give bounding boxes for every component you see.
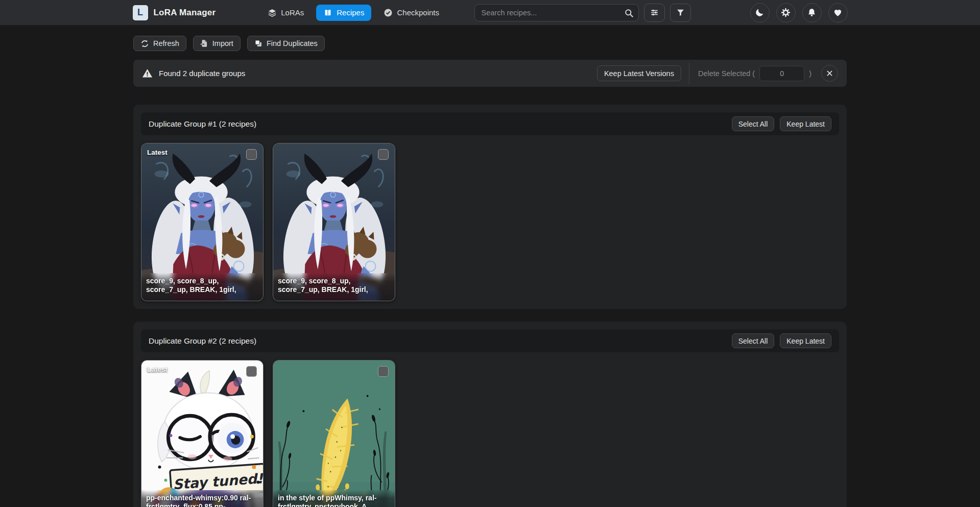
latest-badge: Latest (147, 366, 168, 373)
group-2-title: Duplicate Group #2 (2 recipes) (149, 336, 256, 346)
group-1-cards: Latest score_9, score_8_up, score_7_up, … (141, 143, 839, 301)
main-nav: LoRAs Recipes Checkpoints (260, 5, 446, 21)
import-button[interactable]: Import (193, 36, 241, 51)
nav-tab-label: Checkpoints (397, 8, 439, 17)
refresh-label: Refresh (153, 39, 179, 47)
group-2-header: Duplicate Group #2 (2 recipes) Select Al… (141, 329, 839, 352)
sliders-icon (650, 8, 659, 17)
recipe-checkbox[interactable] (246, 149, 257, 160)
settings-button[interactable] (776, 3, 796, 22)
group-1-header: Duplicate Group #1 (2 recipes) Select Al… (141, 112, 839, 135)
recipe-card[interactable]: Latest pp-enchanted-whimsy:0.90 ral-frct… (141, 360, 264, 507)
sort-options-button[interactable] (644, 4, 665, 22)
gear-icon (781, 8, 791, 17)
recipe-caption: score_9, score_8_up, score_7_up, BREAK, … (273, 273, 395, 301)
recipe-checkbox[interactable] (378, 366, 389, 377)
close-icon (826, 69, 833, 77)
group-2-select-all-button[interactable]: Select All (732, 333, 775, 348)
recipe-card[interactable]: Latest score_9, score_8_up, score_7_up, … (141, 143, 264, 301)
file-import-icon (200, 39, 208, 47)
banner-message: Found 2 duplicate groups (142, 68, 245, 79)
delete-selected-prefix: Delete Selected ( (698, 69, 755, 78)
app-logo: L (133, 5, 148, 20)
app-title: LoRA Manager (154, 8, 216, 18)
bell-icon (807, 8, 817, 17)
group-2-cards: Latest pp-enchanted-whimsy:0.90 ral-frct… (141, 360, 839, 507)
moon-icon (755, 8, 764, 17)
banner-text: Found 2 duplicate groups (159, 69, 245, 78)
search-icon[interactable] (624, 8, 634, 18)
funnel-icon (676, 8, 685, 17)
filter-button[interactable] (670, 4, 691, 22)
nav-tab-checkpoints[interactable]: Checkpoints (376, 5, 446, 21)
recipe-card[interactable]: in the style of ppWhimsy, ral-frctlgmtry… (273, 360, 395, 507)
close-banner-button[interactable] (821, 65, 838, 82)
latest-badge: Latest (147, 149, 168, 156)
nav-right-controls (750, 3, 848, 22)
check-circle-icon (384, 8, 393, 17)
delete-selected-suffix: ) (809, 69, 811, 78)
top-navbar: L LoRA Manager LoRAs Recipes Checkpoi (0, 0, 980, 25)
find-duplicates-label: Find Duplicates (267, 39, 318, 47)
search-box (474, 4, 639, 21)
duplicates-banner: Found 2 duplicate groups Keep Latest Ver… (133, 60, 847, 87)
recipe-image-cat-stay-tuned (141, 360, 263, 507)
search-input[interactable] (474, 4, 639, 21)
group-1-keep-latest-button[interactable]: Keep Latest (780, 116, 831, 131)
recipe-checkbox[interactable] (378, 149, 389, 160)
nav-tab-loras[interactable]: LoRAs (260, 5, 311, 21)
layers-icon (268, 8, 277, 17)
notifications-button[interactable] (802, 3, 822, 22)
main-content: Refresh Import Find Duplicates Found 2 d… (133, 36, 847, 507)
refresh-icon (140, 39, 149, 48)
group-1-select-all-button[interactable]: Select All (732, 116, 775, 131)
book-icon (323, 8, 332, 17)
heart-icon (833, 8, 843, 17)
recipes-toolbar: Refresh Import Find Duplicates (133, 36, 847, 51)
delete-count-input[interactable] (759, 66, 804, 81)
duplicate-group-1: Duplicate Group #1 (2 recipes) Select Al… (133, 105, 847, 309)
recipe-caption: pp-enchanted-whimsy:0.90 ral-frctlgmtry_… (141, 490, 263, 507)
nav-tab-label: LoRAs (281, 8, 304, 17)
recipe-image-yellow-feather (273, 360, 395, 507)
logo-letter: L (137, 7, 143, 18)
import-label: Import (212, 39, 233, 47)
group-2-keep-latest-button[interactable]: Keep Latest (780, 333, 831, 348)
group-1-title: Duplicate Group #1 (2 recipes) (149, 119, 256, 129)
keep-latest-versions-button[interactable]: Keep Latest Versions (597, 65, 681, 81)
recipe-caption: in the style of ppWhimsy, ral-frctlgmtry… (273, 490, 395, 507)
warning-icon (142, 68, 153, 79)
duplicate-group-2: Duplicate Group #2 (2 recipes) Select Al… (133, 322, 847, 507)
theme-toggle-button[interactable] (750, 3, 770, 22)
support-button[interactable] (828, 3, 848, 22)
brand[interactable]: L LoRA Manager (133, 5, 216, 20)
recipe-checkbox[interactable] (246, 366, 257, 377)
delete-selected-group: Delete Selected ( ) (689, 63, 811, 84)
recipe-caption: score_9, score_8_up, score_7_up, BREAK, … (141, 273, 263, 301)
nav-tab-recipes[interactable]: Recipes (316, 5, 371, 21)
recipe-card[interactable]: score_9, score_8_up, score_7_up, BREAK, … (273, 143, 395, 301)
duplicates-icon (254, 39, 262, 47)
nav-tab-label: Recipes (337, 8, 364, 17)
refresh-button[interactable]: Refresh (133, 36, 186, 51)
find-duplicates-button[interactable]: Find Duplicates (247, 36, 325, 51)
